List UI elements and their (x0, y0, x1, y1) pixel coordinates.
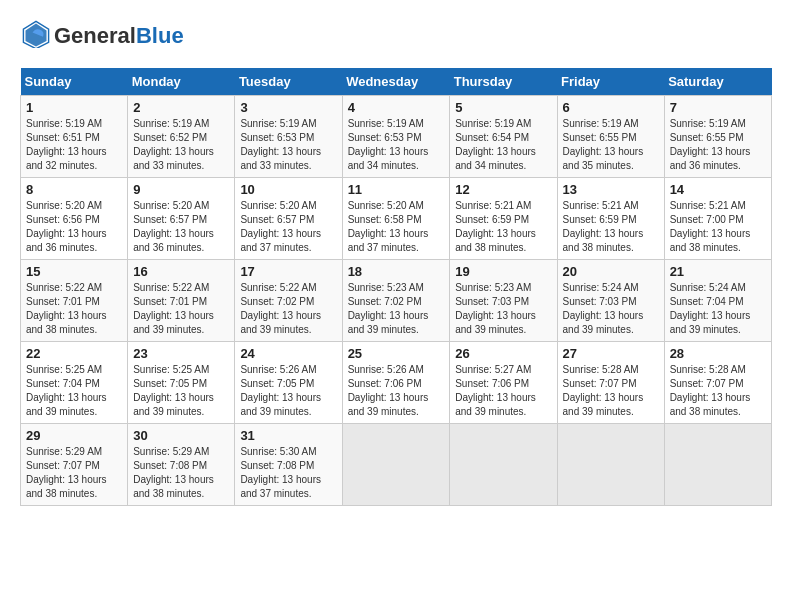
calendar-cell: 29 Sunrise: 5:29 AM Sunset: 7:07 PM Dayl… (21, 424, 128, 506)
day-number: 20 (563, 264, 659, 279)
sunset-label: Sunset: 7:07 PM (670, 378, 744, 389)
sunrise-label: Sunrise: 5:22 AM (133, 282, 209, 293)
day-info: Sunrise: 5:20 AM Sunset: 6:57 PM Dayligh… (240, 199, 336, 255)
daylight-label: Daylight: 13 hours and 39 minutes. (240, 310, 321, 335)
sunrise-label: Sunrise: 5:21 AM (670, 200, 746, 211)
day-number: 17 (240, 264, 336, 279)
daylight-label: Daylight: 13 hours and 36 minutes. (26, 228, 107, 253)
column-header-tuesday: Tuesday (235, 68, 342, 96)
sunrise-label: Sunrise: 5:20 AM (133, 200, 209, 211)
calendar-cell: 15 Sunrise: 5:22 AM Sunset: 7:01 PM Dayl… (21, 260, 128, 342)
calendar-week-1: 1 Sunrise: 5:19 AM Sunset: 6:51 PM Dayli… (21, 96, 772, 178)
day-number: 12 (455, 182, 551, 197)
calendar-cell: 5 Sunrise: 5:19 AM Sunset: 6:54 PM Dayli… (450, 96, 557, 178)
sunset-label: Sunset: 6:55 PM (563, 132, 637, 143)
day-number: 2 (133, 100, 229, 115)
sunrise-label: Sunrise: 5:29 AM (133, 446, 209, 457)
daylight-label: Daylight: 13 hours and 38 minutes. (455, 228, 536, 253)
day-info: Sunrise: 5:22 AM Sunset: 7:01 PM Dayligh… (26, 281, 122, 337)
page-header: GeneralBlue (20, 20, 772, 52)
day-number: 31 (240, 428, 336, 443)
sunrise-label: Sunrise: 5:19 AM (670, 118, 746, 129)
calendar-cell: 21 Sunrise: 5:24 AM Sunset: 7:04 PM Dayl… (664, 260, 771, 342)
day-number: 27 (563, 346, 659, 361)
day-number: 6 (563, 100, 659, 115)
sunset-label: Sunset: 6:57 PM (240, 214, 314, 225)
sunset-label: Sunset: 7:03 PM (563, 296, 637, 307)
day-info: Sunrise: 5:25 AM Sunset: 7:04 PM Dayligh… (26, 363, 122, 419)
daylight-label: Daylight: 13 hours and 34 minutes. (348, 146, 429, 171)
sunset-label: Sunset: 7:03 PM (455, 296, 529, 307)
calendar-week-3: 15 Sunrise: 5:22 AM Sunset: 7:01 PM Dayl… (21, 260, 772, 342)
day-info: Sunrise: 5:21 AM Sunset: 6:59 PM Dayligh… (455, 199, 551, 255)
sunrise-label: Sunrise: 5:19 AM (26, 118, 102, 129)
calendar-cell: 2 Sunrise: 5:19 AM Sunset: 6:52 PM Dayli… (128, 96, 235, 178)
sunrise-label: Sunrise: 5:21 AM (455, 200, 531, 211)
daylight-label: Daylight: 13 hours and 39 minutes. (348, 392, 429, 417)
sunset-label: Sunset: 6:54 PM (455, 132, 529, 143)
day-info: Sunrise: 5:19 AM Sunset: 6:53 PM Dayligh… (348, 117, 445, 173)
day-info: Sunrise: 5:19 AM Sunset: 6:52 PM Dayligh… (133, 117, 229, 173)
column-header-friday: Friday (557, 68, 664, 96)
sunrise-label: Sunrise: 5:19 AM (348, 118, 424, 129)
day-info: Sunrise: 5:19 AM Sunset: 6:54 PM Dayligh… (455, 117, 551, 173)
day-info: Sunrise: 5:21 AM Sunset: 6:59 PM Dayligh… (563, 199, 659, 255)
day-number: 25 (348, 346, 445, 361)
calendar-cell: 18 Sunrise: 5:23 AM Sunset: 7:02 PM Dayl… (342, 260, 450, 342)
day-number: 15 (26, 264, 122, 279)
calendar-cell: 31 Sunrise: 5:30 AM Sunset: 7:08 PM Dayl… (235, 424, 342, 506)
calendar-cell: 1 Sunrise: 5:19 AM Sunset: 6:51 PM Dayli… (21, 96, 128, 178)
calendar-cell: 26 Sunrise: 5:27 AM Sunset: 7:06 PM Dayl… (450, 342, 557, 424)
daylight-label: Daylight: 13 hours and 38 minutes. (26, 474, 107, 499)
daylight-label: Daylight: 13 hours and 39 minutes. (240, 392, 321, 417)
daylight-label: Daylight: 13 hours and 38 minutes. (563, 228, 644, 253)
day-info: Sunrise: 5:19 AM Sunset: 6:55 PM Dayligh… (670, 117, 766, 173)
sunrise-label: Sunrise: 5:22 AM (26, 282, 102, 293)
calendar-cell: 25 Sunrise: 5:26 AM Sunset: 7:06 PM Dayl… (342, 342, 450, 424)
day-number: 5 (455, 100, 551, 115)
sunset-label: Sunset: 6:53 PM (240, 132, 314, 143)
sunset-label: Sunset: 6:51 PM (26, 132, 100, 143)
daylight-label: Daylight: 13 hours and 33 minutes. (240, 146, 321, 171)
calendar-header-row: SundayMondayTuesdayWednesdayThursdayFrid… (21, 68, 772, 96)
sunset-label: Sunset: 6:59 PM (455, 214, 529, 225)
day-info: Sunrise: 5:29 AM Sunset: 7:08 PM Dayligh… (133, 445, 229, 501)
day-number: 28 (670, 346, 766, 361)
calendar-cell: 10 Sunrise: 5:20 AM Sunset: 6:57 PM Dayl… (235, 178, 342, 260)
day-info: Sunrise: 5:23 AM Sunset: 7:02 PM Dayligh… (348, 281, 445, 337)
calendar-cell: 4 Sunrise: 5:19 AM Sunset: 6:53 PM Dayli… (342, 96, 450, 178)
sunrise-label: Sunrise: 5:24 AM (670, 282, 746, 293)
day-info: Sunrise: 5:29 AM Sunset: 7:07 PM Dayligh… (26, 445, 122, 501)
sunrise-label: Sunrise: 5:19 AM (133, 118, 209, 129)
daylight-label: Daylight: 13 hours and 38 minutes. (670, 392, 751, 417)
sunset-label: Sunset: 7:00 PM (670, 214, 744, 225)
day-info: Sunrise: 5:20 AM Sunset: 6:58 PM Dayligh… (348, 199, 445, 255)
daylight-label: Daylight: 13 hours and 39 minutes. (26, 392, 107, 417)
sunrise-label: Sunrise: 5:19 AM (455, 118, 531, 129)
calendar-week-5: 29 Sunrise: 5:29 AM Sunset: 7:07 PM Dayl… (21, 424, 772, 506)
calendar-cell: 23 Sunrise: 5:25 AM Sunset: 7:05 PM Dayl… (128, 342, 235, 424)
day-number: 4 (348, 100, 445, 115)
day-number: 11 (348, 182, 445, 197)
sunset-label: Sunset: 7:01 PM (133, 296, 207, 307)
day-number: 19 (455, 264, 551, 279)
day-number: 8 (26, 182, 122, 197)
day-info: Sunrise: 5:24 AM Sunset: 7:04 PM Dayligh… (670, 281, 766, 337)
sunset-label: Sunset: 7:05 PM (240, 378, 314, 389)
sunrise-label: Sunrise: 5:19 AM (240, 118, 316, 129)
day-number: 13 (563, 182, 659, 197)
calendar-week-2: 8 Sunrise: 5:20 AM Sunset: 6:56 PM Dayli… (21, 178, 772, 260)
sunset-label: Sunset: 7:02 PM (348, 296, 422, 307)
sunset-label: Sunset: 7:06 PM (455, 378, 529, 389)
day-info: Sunrise: 5:28 AM Sunset: 7:07 PM Dayligh… (563, 363, 659, 419)
daylight-label: Daylight: 13 hours and 37 minutes. (240, 228, 321, 253)
sunrise-label: Sunrise: 5:28 AM (563, 364, 639, 375)
sunrise-label: Sunrise: 5:20 AM (26, 200, 102, 211)
sunrise-label: Sunrise: 5:25 AM (133, 364, 209, 375)
calendar-cell: 3 Sunrise: 5:19 AM Sunset: 6:53 PM Dayli… (235, 96, 342, 178)
day-info: Sunrise: 5:27 AM Sunset: 7:06 PM Dayligh… (455, 363, 551, 419)
day-info: Sunrise: 5:22 AM Sunset: 7:02 PM Dayligh… (240, 281, 336, 337)
day-number: 23 (133, 346, 229, 361)
day-number: 26 (455, 346, 551, 361)
sunrise-label: Sunrise: 5:26 AM (348, 364, 424, 375)
